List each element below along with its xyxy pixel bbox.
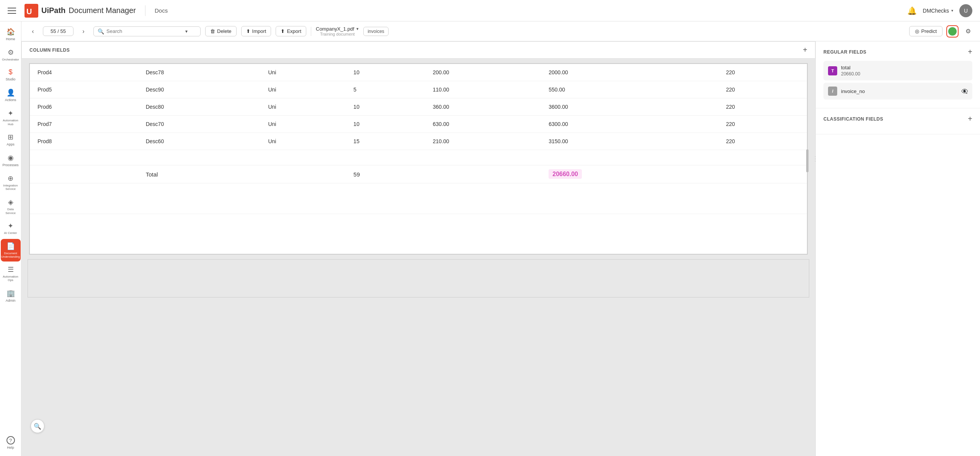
- table-cell: 220: [718, 64, 807, 81]
- zoom-button[interactable]: 🔍: [31, 419, 44, 433]
- field-type-badge-invoice-no: I: [828, 87, 837, 96]
- ai-center-icon: ✦: [8, 222, 13, 230]
- sidebar-item-processes[interactable]: ◉ Processes: [1, 150, 21, 170]
- main-content: COLUMN FIELDS + Prod4 Desc78 Uni 10 200.…: [21, 41, 980, 456]
- sidebar-item-data-service[interactable]: ◈ Data Service: [1, 195, 21, 218]
- toolbar: ‹ 55 / 55 › 🔍 ▾ 🗑 Delete ⬆ Import ⬆ Expo…: [21, 21, 980, 41]
- search-box[interactable]: 🔍 ▾: [93, 26, 201, 36]
- prev-page-button[interactable]: ‹: [28, 26, 38, 37]
- classification-fields-header: CLASSIFICATION FIELDS +: [823, 114, 972, 123]
- sidebar-item-integration-service[interactable]: ⊕ Integration Service: [1, 171, 21, 194]
- settings-button[interactable]: ⚙: [962, 26, 974, 37]
- next-page-button[interactable]: ›: [78, 26, 89, 37]
- export-button[interactable]: ⬆ Export: [276, 26, 306, 36]
- user-menu[interactable]: DMChecks ▾: [923, 8, 953, 14]
- notifications-bell[interactable]: 🔔: [907, 6, 917, 15]
- document-name: CompanyX_1.pdf: [316, 26, 354, 32]
- table-cell: 110.00: [425, 81, 541, 98]
- sidebar-item-admin[interactable]: 🏢 Admin: [1, 286, 21, 306]
- document-menu-chevron[interactable]: ▾: [356, 26, 359, 31]
- sidebar-label-apps: Apps: [7, 142, 15, 147]
- field-value-total: 20660.00: [841, 71, 860, 77]
- regular-fields-section: REGULAR FIELDS + T total 20660.00 I invo…: [816, 41, 980, 108]
- field-item-total[interactable]: T total 20660.00: [823, 61, 972, 80]
- sidebar-item-automation-ops[interactable]: ☰ Automation Ops: [1, 262, 21, 285]
- hamburger-menu[interactable]: [8, 5, 18, 16]
- table-cell: Uni: [260, 64, 346, 81]
- table-cell: 220: [718, 98, 807, 116]
- table-row: Prod8 Desc60 Uni 15 210.00 3150.00 220: [30, 133, 807, 150]
- search-input[interactable]: [106, 28, 183, 34]
- document-table: Prod4 Desc78 Uni 10 200.00 2000.00 220 P…: [30, 64, 807, 214]
- total-value: 20660.00: [541, 165, 718, 183]
- table-cell: 6300.00: [541, 116, 718, 133]
- field-item-invoice-no[interactable]: I invoice_no 👁‍🗨: [823, 83, 972, 100]
- document-table-wrapper: Prod4 Desc78 Uni 10 200.00 2000.00 220 P…: [28, 63, 809, 255]
- sidebar-item-ai-center[interactable]: ✦ AI Center: [1, 219, 21, 238]
- column-fields-bar: COLUMN FIELDS +: [21, 41, 815, 59]
- delete-button[interactable]: 🗑 Delete: [205, 26, 237, 36]
- import-button[interactable]: ⬆ Import: [241, 26, 271, 36]
- toolbar-right: ◎ Predict ⚙: [909, 25, 974, 38]
- table-cell: Prod4: [30, 64, 138, 81]
- top-nav-right: 🔔 DMChecks ▾ U: [907, 4, 972, 17]
- eye-slash-icon[interactable]: 👁‍🗨: [961, 88, 968, 94]
- sidebar-label-actions: Actions: [5, 98, 16, 102]
- sidebar-item-studio[interactable]: $ Studio: [1, 65, 21, 85]
- add-regular-field-button[interactable]: +: [968, 47, 972, 56]
- active-view-button[interactable]: [946, 25, 959, 38]
- table-cell: Uni: [260, 81, 346, 98]
- table-cell: Desc60: [138, 133, 261, 150]
- table-cell: 200.00: [425, 64, 541, 81]
- total-row: Total 59 20660.00: [30, 165, 807, 183]
- table-row: [30, 150, 807, 165]
- app-title: Document Manager: [69, 6, 136, 15]
- add-classification-field-button[interactable]: +: [968, 114, 972, 123]
- sidebar-item-help[interactable]: ? Help: [1, 433, 21, 453]
- regular-fields-title: REGULAR FIELDS: [823, 49, 866, 55]
- sidebar-item-home[interactable]: 🏠 Home: [1, 25, 21, 44]
- table-cell: 220: [718, 81, 807, 98]
- table-cell: Prod6: [30, 98, 138, 116]
- table-cell: Prod5: [30, 81, 138, 98]
- avatar[interactable]: U: [959, 4, 972, 17]
- total-highlight: 20660.00: [549, 169, 582, 179]
- document-type-badge: invoices: [363, 27, 388, 36]
- table-cell: 550.00: [541, 81, 718, 98]
- sidebar-label-help: Help: [7, 446, 14, 450]
- delete-icon: 🗑: [210, 28, 215, 34]
- table-cell: 210.00: [425, 133, 541, 150]
- sidebar-item-orchestrator[interactable]: ⚙ Orchestrator: [1, 45, 21, 65]
- table-row: Prod6 Desc80 Uni 10 360.00 3600.00 220: [30, 98, 807, 116]
- table-cell: 15: [346, 133, 425, 150]
- sidebar-label-ai-center: AI Center: [4, 231, 17, 235]
- sidebar-item-document-understanding[interactable]: 📄 Document Understanding: [1, 239, 21, 262]
- document-info: CompanyX_1.pdf ▾ Training document: [316, 26, 359, 36]
- username-label: DMChecks: [923, 8, 949, 14]
- sidebar-item-actions[interactable]: 👤 Actions: [1, 85, 21, 105]
- actions-icon: 👤: [7, 88, 15, 97]
- document-panel: COLUMN FIELDS + Prod4 Desc78 Uni 10 200.…: [21, 41, 815, 456]
- table-cell: 10: [346, 98, 425, 116]
- sidebar-label-automation-ops: Automation Ops: [2, 275, 19, 282]
- document-bottom-area: [28, 259, 809, 297]
- table-cell: 2000.00: [541, 64, 718, 81]
- sidebar-item-automation-hub[interactable]: ✦ Automation Hub: [1, 106, 21, 129]
- help-icon: ?: [7, 436, 15, 445]
- table-cell: [260, 165, 346, 183]
- scrollbar-handle[interactable]: [806, 149, 808, 172]
- table-cell: 220: [718, 116, 807, 133]
- table-cell: Desc70: [138, 116, 261, 133]
- sidebar-label-automation-hub: Automation Hub: [2, 119, 19, 126]
- table-cell: 3150.00: [541, 133, 718, 150]
- regular-fields-header: REGULAR FIELDS +: [823, 47, 972, 56]
- app-logo: U UiPath Document Manager: [24, 4, 136, 18]
- search-dropdown-button[interactable]: ▾: [185, 29, 188, 34]
- nav-docs-label[interactable]: Docs: [155, 7, 168, 14]
- add-column-field-button[interactable]: +: [803, 46, 807, 54]
- active-view-icon: [948, 27, 957, 36]
- panel-drag-handle[interactable]: [814, 155, 815, 163]
- predict-button[interactable]: ◎ Predict: [909, 26, 942, 36]
- table-cell: 5: [346, 81, 425, 98]
- sidebar-item-apps[interactable]: ⊞ Apps: [1, 130, 21, 150]
